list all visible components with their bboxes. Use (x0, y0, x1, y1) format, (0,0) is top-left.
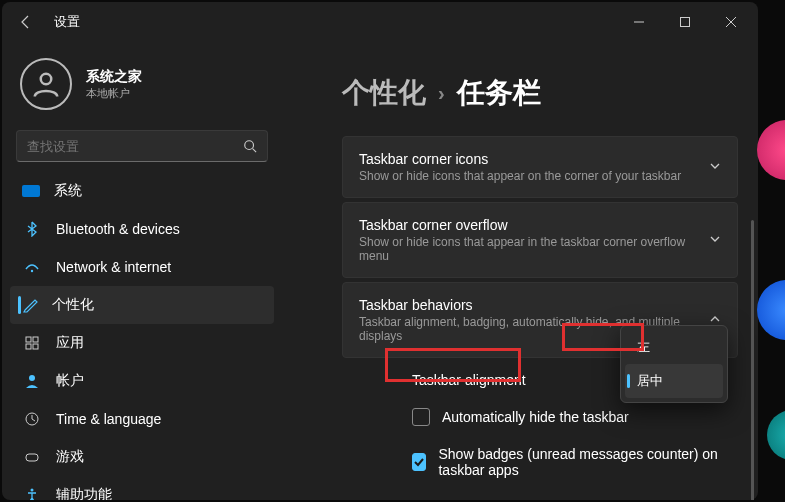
card-title: Taskbar corner icons (359, 151, 697, 167)
time-icon (22, 409, 42, 429)
network-icon (22, 257, 42, 277)
chevron-right-icon: › (438, 82, 445, 105)
svg-rect-1 (681, 18, 690, 27)
wallpaper-blob (757, 120, 785, 180)
nav-bluetooth[interactable]: Bluetooth & devices (10, 210, 274, 248)
nav-label: Network & internet (56, 259, 171, 275)
window-title: 设置 (54, 13, 80, 31)
sidebar: 系统之家 本地帐户 系统 Bluetooth & devices (2, 42, 282, 500)
breadcrumb-parent[interactable]: 个性化 (342, 74, 426, 112)
nav-system[interactable]: 系统 (10, 172, 274, 210)
chevron-down-icon (709, 158, 721, 176)
card-desc: Show or hide icons that appear in the ta… (359, 235, 697, 263)
svg-rect-8 (26, 337, 31, 342)
personalization-icon (22, 297, 38, 313)
desktop-edge (757, 0, 785, 502)
accessibility-icon (22, 485, 42, 500)
search-icon (243, 139, 257, 153)
apps-icon (22, 333, 42, 353)
svg-point-5 (245, 141, 254, 150)
dropdown-option-left[interactable]: 左 (625, 330, 723, 364)
setting-show-badges[interactable]: Show badges (unread messages counter) on… (342, 436, 738, 488)
nav-label: 应用 (56, 334, 84, 352)
card-title: Taskbar corner overflow (359, 217, 697, 233)
svg-rect-14 (26, 454, 38, 461)
checkbox-checked[interactable] (412, 453, 426, 471)
nav-label: 游戏 (56, 448, 84, 466)
alignment-dropdown[interactable]: 左 居中 (620, 325, 728, 403)
accounts-icon (22, 371, 42, 391)
nav-network[interactable]: Network & internet (10, 248, 274, 286)
nav-accessibility[interactable]: 辅助功能 (10, 476, 274, 500)
search-input[interactable] (27, 139, 243, 154)
scrollbar[interactable] (751, 220, 754, 500)
maximize-button[interactable] (662, 2, 708, 42)
breadcrumb: 个性化 › 任务栏 (342, 42, 738, 136)
search-box[interactable] (16, 130, 268, 162)
back-button[interactable] (6, 2, 46, 42)
card-corner-overflow[interactable]: Taskbar corner overflow Show or hide ico… (342, 202, 738, 278)
setting-auto-hide[interactable]: Automatically hide the taskbar (342, 398, 738, 436)
close-button[interactable] (708, 2, 754, 42)
dropdown-option-center[interactable]: 居中 (625, 364, 723, 398)
gaming-icon (22, 447, 42, 467)
avatar (20, 58, 72, 110)
nav-apps[interactable]: 应用 (10, 324, 274, 362)
window-controls (616, 2, 754, 42)
minimize-button[interactable] (616, 2, 662, 42)
chevron-down-icon (709, 231, 721, 249)
svg-point-4 (41, 74, 52, 85)
nav-list: 系统 Bluetooth & devices Network & interne… (10, 172, 274, 500)
nav-label: Bluetooth & devices (56, 221, 180, 237)
user-type: 本地帐户 (86, 86, 142, 101)
card-desc: Show or hide icons that appear on the co… (359, 169, 697, 183)
nav-label: Time & language (56, 411, 161, 427)
svg-rect-11 (33, 344, 38, 349)
card-corner-icons[interactable]: Taskbar corner icons Show or hide icons … (342, 136, 738, 198)
card-title: Taskbar behaviors (359, 297, 697, 313)
nav-label: 辅助功能 (56, 486, 112, 500)
main-content: 个性化 › 任务栏 Taskbar corner icons Show or h… (282, 42, 758, 500)
nav-label: 个性化 (52, 296, 94, 314)
auto-hide-label: Automatically hide the taskbar (442, 409, 629, 425)
svg-point-12 (29, 375, 35, 381)
wallpaper-blob (767, 410, 785, 460)
badges-label: Show badges (unread messages counter) on… (438, 446, 722, 478)
breadcrumb-current: 任务栏 (457, 74, 541, 112)
svg-line-6 (253, 149, 257, 153)
svg-point-7 (31, 270, 33, 272)
user-name: 系统之家 (86, 68, 142, 86)
nav-gaming[interactable]: 游戏 (10, 438, 274, 476)
checkbox-unchecked[interactable] (412, 408, 430, 426)
svg-rect-9 (33, 337, 38, 342)
titlebar: 设置 (2, 2, 758, 42)
bluetooth-icon (22, 219, 42, 239)
svg-point-15 (31, 489, 34, 492)
wallpaper-blob (757, 280, 785, 340)
nav-time-language[interactable]: Time & language (10, 400, 274, 438)
system-icon (22, 185, 40, 197)
nav-label: 帐户 (56, 372, 84, 390)
nav-personalization[interactable]: 个性化 (10, 286, 274, 324)
nav-accounts[interactable]: 帐户 (10, 362, 274, 400)
user-section[interactable]: 系统之家 本地帐户 (10, 42, 274, 130)
nav-label: 系统 (54, 182, 82, 200)
svg-rect-10 (26, 344, 31, 349)
